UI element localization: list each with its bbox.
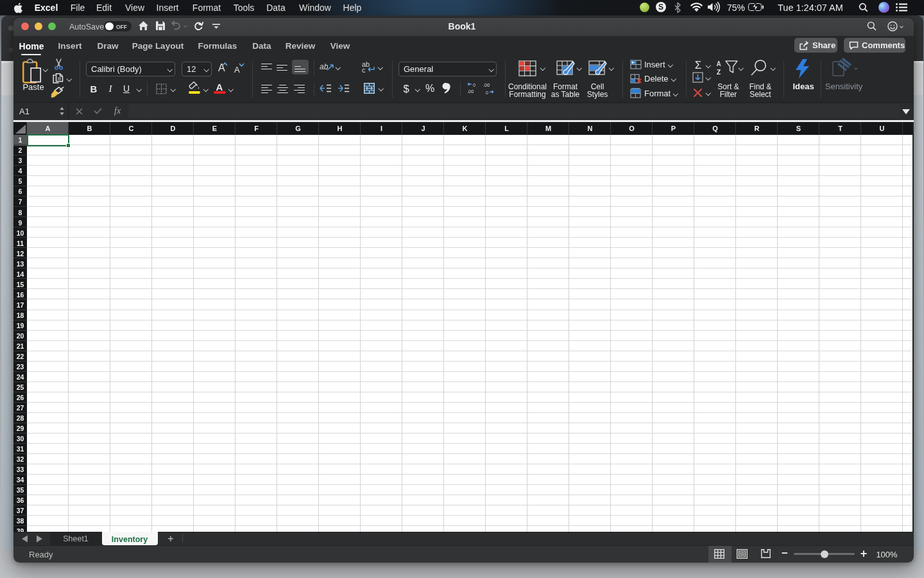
svg-text:0: 0 (473, 83, 475, 87)
svg-text:0: 0 (486, 91, 488, 95)
svg-text:.00: .00 (483, 82, 490, 88)
svg-text:.00: .00 (467, 89, 474, 94)
